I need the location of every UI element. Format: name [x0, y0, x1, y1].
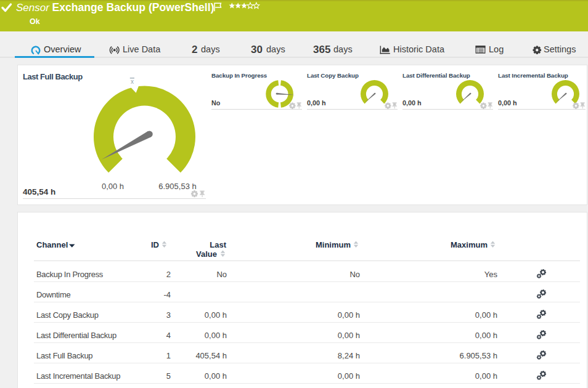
svg-text:x: x: [131, 78, 134, 85]
